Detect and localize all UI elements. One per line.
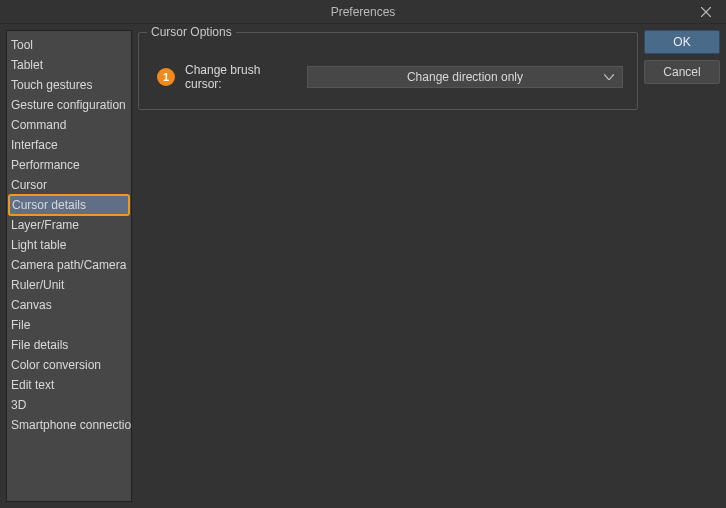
dropdown-value: Change direction only <box>308 70 622 84</box>
sidebar-item-cursor-details[interactable]: Cursor details <box>8 194 130 216</box>
close-icon <box>701 7 711 17</box>
change-brush-cursor-row: 1 Change brush cursor: Change direction … <box>153 63 623 91</box>
category-sidebar: ToolTabletTouch gesturesGesture configur… <box>6 30 132 502</box>
sidebar-item-edit-text[interactable]: Edit text <box>7 375 131 395</box>
main-panel: Cursor Options 1 Change brush cursor: Ch… <box>138 30 638 502</box>
sidebar-item-ruler-unit[interactable]: Ruler/Unit <box>7 275 131 295</box>
sidebar-item-touch-gestures[interactable]: Touch gestures <box>7 75 131 95</box>
change-brush-cursor-dropdown[interactable]: Change direction only <box>307 66 623 88</box>
sidebar-item-interface[interactable]: Interface <box>7 135 131 155</box>
sidebar-item-cursor[interactable]: Cursor <box>7 175 131 195</box>
sidebar-item-gesture-configuration[interactable]: Gesture configuration <box>7 95 131 115</box>
window-title: Preferences <box>0 5 726 19</box>
sidebar-item-canvas[interactable]: Canvas <box>7 295 131 315</box>
group-title: Cursor Options <box>147 25 236 39</box>
change-brush-cursor-label: Change brush cursor: <box>185 63 297 91</box>
sidebar-item-file-details[interactable]: File details <box>7 335 131 355</box>
sidebar-item-performance[interactable]: Performance <box>7 155 131 175</box>
ok-button[interactable]: OK <box>644 30 720 54</box>
preferences-window: Preferences ToolTabletTouch gesturesGest… <box>0 0 726 508</box>
window-body: ToolTabletTouch gesturesGesture configur… <box>0 24 726 508</box>
sidebar-item-smartphone-connection[interactable]: Smartphone connection <box>7 415 131 435</box>
annotation-badge-1: 1 <box>157 68 175 86</box>
sidebar-item-camera-path-camera[interactable]: Camera path/Camera <box>7 255 131 275</box>
sidebar-item-light-table[interactable]: Light table <box>7 235 131 255</box>
cursor-options-group: Cursor Options 1 Change brush cursor: Ch… <box>138 32 638 110</box>
titlebar: Preferences <box>0 0 726 24</box>
close-button[interactable] <box>686 0 726 24</box>
sidebar-item-color-conversion[interactable]: Color conversion <box>7 355 131 375</box>
dialog-buttons: OK Cancel <box>644 30 720 502</box>
sidebar-item-layer-frame[interactable]: Layer/Frame <box>7 215 131 235</box>
sidebar-item-file[interactable]: File <box>7 315 131 335</box>
cancel-button[interactable]: Cancel <box>644 60 720 84</box>
sidebar-item-command[interactable]: Command <box>7 115 131 135</box>
sidebar-item-3d[interactable]: 3D <box>7 395 131 415</box>
sidebar-item-tablet[interactable]: Tablet <box>7 55 131 75</box>
sidebar-item-tool[interactable]: Tool <box>7 35 131 55</box>
chevron-down-icon <box>604 74 614 80</box>
